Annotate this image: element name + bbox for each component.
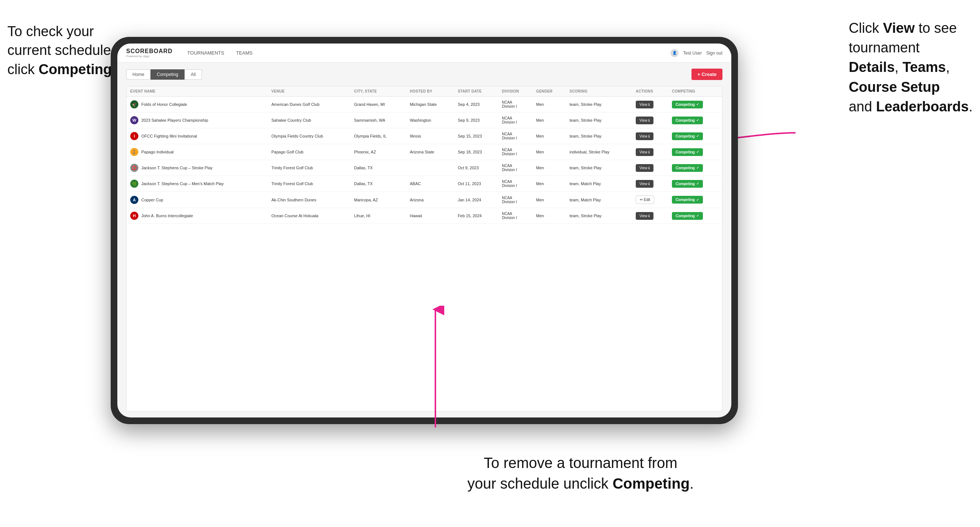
school-icon: 🏌️: [130, 148, 138, 156]
view-button[interactable]: View ℹ: [636, 212, 654, 220]
cell-division: NCAADivision I: [498, 176, 533, 192]
cell-venue: Olympia Fields Country Club: [268, 129, 350, 144]
cell-gender: Men: [533, 113, 566, 129]
filter-tab-competing[interactable]: Competing: [151, 69, 185, 80]
view-button[interactable]: View ℹ: [636, 116, 654, 124]
annotation-top-right: Click View to see tournament Details, Te…: [849, 18, 973, 116]
tournaments-table-wrap: EVENT NAME VENUE CITY, STATE HOSTED BY S…: [126, 86, 722, 411]
main-content: Home Competing All + Create EVENT NAME V…: [117, 63, 731, 417]
cell-start-date: Sep 15, 2023: [454, 129, 498, 144]
cell-venue: Sahalee Country Club: [268, 113, 350, 129]
view-button[interactable]: View ℹ: [636, 180, 654, 188]
logo-title: SCOREBOARD: [126, 48, 173, 54]
view-button[interactable]: View ℹ: [636, 101, 654, 108]
cell-actions: View ℹ: [632, 176, 668, 192]
cell-city-state: Dallas, TX: [350, 176, 406, 192]
cell-gender: Men: [533, 97, 566, 113]
cell-start-date: Oct 11, 2023: [454, 176, 498, 192]
view-button[interactable]: View ℹ: [636, 132, 654, 140]
cell-city-state: Lihue, HI: [350, 208, 406, 224]
cell-event-name: A Copper Cup: [127, 192, 268, 208]
tablet-screen: SCOREBOARD Powered by clippi TOURNAMENTS…: [117, 43, 731, 417]
cell-actions: View ℹ: [632, 97, 668, 113]
logo-subtitle: Powered by clippi: [126, 55, 173, 58]
cell-actions: View ℹ: [632, 144, 668, 160]
cell-actions: View ℹ: [632, 160, 668, 176]
competing-button[interactable]: Competing ✓: [672, 101, 703, 108]
user-avatar: 👤: [670, 49, 679, 57]
cell-scoring: team, Match Play: [566, 176, 632, 192]
cell-competing: Competing ✓: [668, 144, 722, 160]
col-gender: GENDER: [533, 86, 566, 97]
col-division: DIVISION: [498, 86, 533, 97]
cell-scoring: team, Stroke Play: [566, 129, 632, 144]
cell-city-state: Grand Haven, MI: [350, 97, 406, 113]
cell-division: NCAADivision I: [498, 97, 533, 113]
competing-button[interactable]: Competing ✓: [672, 196, 703, 203]
cell-gender: Men: [533, 208, 566, 224]
edit-button[interactable]: ✏ Edit: [636, 195, 654, 204]
filter-tab-all[interactable]: All: [185, 69, 202, 80]
event-name-text: Jackson T. Stephens Cup – Stroke Play: [141, 165, 213, 170]
cell-gender: Men: [533, 129, 566, 144]
cell-division: NCAADivision I: [498, 160, 533, 176]
cell-actions: View ℹ: [632, 208, 668, 224]
col-hosted-by: HOSTED BY: [406, 86, 454, 97]
cell-city-state: Dallas, TX: [350, 160, 406, 176]
view-button[interactable]: View ℹ: [636, 164, 654, 172]
school-icon: ⭕: [130, 164, 138, 172]
competing-button[interactable]: Competing ✓: [672, 180, 703, 188]
cell-hosted-by: [406, 160, 454, 176]
view-button[interactable]: View ℹ: [636, 148, 654, 156]
table-row: 🦅 Folds of Honor Collegiate American Dun…: [127, 97, 722, 113]
nav-teams[interactable]: TEAMS: [236, 50, 253, 56]
competing-button[interactable]: Competing ✓: [672, 164, 703, 172]
cell-event-name: 🌿 Jackson T. Stephens Cup – Men's Match …: [127, 176, 268, 192]
navbar-right: 👤 Test User Sign out: [670, 49, 722, 57]
event-name-text: 2023 Sahalee Players Championship: [141, 118, 208, 122]
details-bold-label: Details: [849, 59, 895, 75]
cell-actions: ✏ Edit: [632, 192, 668, 208]
table-row: H John A. Burns Intercollegiate Ocean Co…: [127, 208, 722, 224]
tablet: SCOREBOARD Powered by clippi TOURNAMENTS…: [111, 37, 738, 424]
cell-city-state: Sammamish, WA: [350, 113, 406, 129]
cell-venue: Ak-Chin Southern Dunes: [268, 192, 350, 208]
competing-bold-label: Competing: [38, 62, 111, 77]
school-icon: A: [130, 196, 138, 204]
cell-scoring: individual, Stroke Play: [566, 144, 632, 160]
competing-button[interactable]: Competing ✓: [672, 212, 703, 220]
event-name-text: Jackson T. Stephens Cup – Men's Match Pl…: [141, 181, 224, 186]
event-name-text: Papago Individual: [141, 150, 173, 154]
cell-start-date: Sep 4, 2023: [454, 97, 498, 113]
tournaments-table: EVENT NAME VENUE CITY, STATE HOSTED BY S…: [127, 86, 722, 224]
col-city-state: CITY, STATE: [350, 86, 406, 97]
competing-button[interactable]: Competing ✓: [672, 116, 703, 124]
cell-hosted-by: Michigan State: [406, 97, 454, 113]
cell-start-date: Sep 18, 2023: [454, 144, 498, 160]
cell-scoring: team, Match Play: [566, 192, 632, 208]
event-name-text: Folds of Honor Collegiate: [141, 102, 187, 106]
create-button[interactable]: + Create: [692, 68, 722, 80]
cell-competing: Competing ✓: [668, 160, 722, 176]
cell-competing: Competing ✓: [668, 208, 722, 224]
cell-start-date: Feb 15, 2024: [454, 208, 498, 224]
cell-venue: Trinity Forest Golf Club: [268, 176, 350, 192]
cell-event-name: I OFCC Fighting Illini Invitational: [127, 129, 268, 144]
school-icon: I: [130, 132, 138, 140]
competing-button[interactable]: Competing ✓: [672, 132, 703, 140]
cell-gender: Men: [533, 160, 566, 176]
cell-city-state: Olympia Fields, IL: [350, 129, 406, 144]
col-event-name: EVENT NAME: [127, 86, 268, 97]
col-scoring: SCORING: [566, 86, 632, 97]
cell-division: NCAADivision I: [498, 129, 533, 144]
nav-tournaments[interactable]: TOURNAMENTS: [188, 50, 224, 56]
competing-button[interactable]: Competing ✓: [672, 148, 703, 156]
cell-scoring: team, Stroke Play: [566, 97, 632, 113]
cell-competing: Competing ✓: [668, 97, 722, 113]
sign-out-link[interactable]: Sign out: [706, 51, 722, 56]
cell-hosted-by: Hawaii: [406, 208, 454, 224]
filter-tab-home[interactable]: Home: [126, 69, 151, 80]
table-row: ⭕ Jackson T. Stephens Cup – Stroke Play …: [127, 160, 722, 176]
view-bold-label: View: [883, 20, 915, 36]
cell-venue: Ocean Course At Hokuala: [268, 208, 350, 224]
